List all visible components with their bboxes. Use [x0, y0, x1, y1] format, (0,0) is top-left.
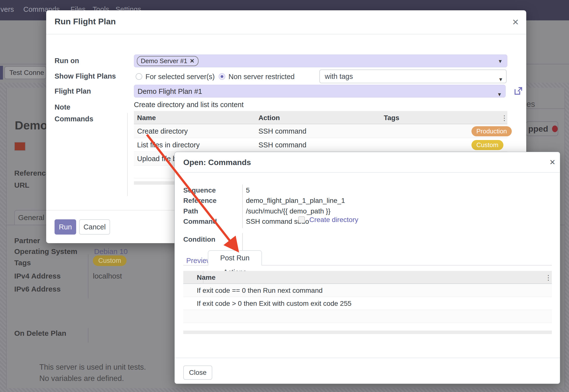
radio-selected-servers-label[interactable]: For selected server(s) [145, 73, 215, 81]
unit-test-note-line2: No variables are defined. [39, 374, 124, 383]
row-name: If exit code == 0 then Run next command [197, 287, 323, 294]
unit-test-note-line1: This server is used in unit tests. [39, 363, 146, 372]
ipv6-label: IPv6 Address [14, 285, 61, 293]
tag-badge: Custom [471, 140, 503, 150]
operating-system-label: Operating System [14, 247, 77, 256]
commands-modal-title: Open: Commands [183, 158, 251, 167]
table-row[interactable]: Create directory SSH command Production [134, 124, 507, 138]
column-header-name[interactable]: Name [197, 274, 215, 281]
with-tags-value: with tags [325, 72, 353, 80]
chip-remove-icon[interactable]: ✕ [190, 58, 194, 64]
ipv4-label: IPv4 Address [14, 272, 61, 280]
url-label: URL [14, 181, 29, 189]
field-column-separator-2 [88, 328, 88, 343]
path-label: Path [183, 207, 198, 215]
run-modal-title: Run Flight Plan [55, 17, 116, 26]
reference-value: demo_flight_plan_1_plan_line_1 [246, 197, 345, 205]
post-run-actions-table-header: Name ⋮ [183, 271, 552, 284]
status-dot-icon [552, 126, 558, 132]
sequence-value: 5 [246, 186, 250, 194]
run-on-select[interactable]: Demo Server #1 ✕ ▾ [134, 55, 507, 67]
column-header-tags[interactable]: Tags [384, 114, 399, 122]
operating-system-value[interactable]: Debian 10 [94, 247, 128, 256]
close-icon[interactable]: ✕ [549, 158, 555, 167]
row-name: Create directory [137, 127, 188, 135]
radio-selected-servers[interactable] [136, 73, 142, 80]
value-column-separator [242, 184, 243, 228]
reference-label: Reference [14, 169, 50, 177]
modal-header-divider [175, 172, 560, 173]
reference-label: Reference [183, 197, 216, 205]
column-header-name[interactable]: Name [137, 114, 156, 122]
note-label: Note [55, 103, 70, 111]
tab-post-run-actions[interactable]: Post Run Actions [208, 250, 262, 266]
tags-label: Tags [14, 259, 31, 267]
nav-item-servers[interactable]: vers [0, 5, 14, 14]
open-commands-modal: Open: Commands ✕ Sequence 5 Reference de… [174, 152, 560, 384]
field-column-separator [88, 254, 88, 298]
tag-badge: Production [471, 126, 512, 136]
commands-label: Commands [55, 115, 93, 123]
row-name: Upload file by [137, 155, 180, 163]
command-label: Command [183, 218, 217, 225]
color-swatch[interactable] [14, 142, 26, 151]
server-chip-label: Demo Server #1 [141, 57, 187, 65]
row-action: SSH command [258, 141, 306, 149]
table-footer-strip [183, 331, 552, 334]
chevron-down-icon: ▾ [498, 88, 501, 101]
flight-plan-label: Flight Plan [55, 87, 91, 95]
run-button[interactable]: Run [55, 219, 76, 235]
commands-field-separator [127, 113, 128, 196]
modal-header-divider [46, 34, 526, 34]
ipv4-value: localhost [93, 272, 122, 280]
commands-table-header: Name Action Tags ⋮ [134, 111, 507, 124]
sequence-label: Sequence [183, 186, 216, 194]
modal-footer-divider [175, 358, 560, 358]
tag-badge-custom: Custom [93, 255, 127, 266]
notes-divider [526, 108, 565, 109]
close-button[interactable]: Close [183, 365, 212, 380]
command-link[interactable]: Create directory [309, 216, 358, 224]
table-options-icon[interactable]: ⋮ [501, 114, 508, 122]
table-options-icon[interactable]: ⋮ [545, 274, 552, 282]
row-action: SSH command [258, 127, 306, 135]
status-badge-stopped[interactable]: pped [526, 121, 558, 136]
chevron-down-icon: ▾ [499, 73, 502, 86]
test-connection-button[interactable]: Test Conne [4, 66, 46, 79]
run-on-label: Run on [55, 57, 79, 65]
table-row[interactable]: If exit code > 0 then Exit with custom e… [183, 297, 552, 310]
flight-plan-select[interactable]: Demo Flight Plan #1 ▾ [134, 85, 506, 98]
notes-partial-text: es [526, 99, 535, 109]
with-tags-select[interactable]: with tags ▾ [319, 70, 507, 83]
table-row[interactable]: List files in directory SSH command Cust… [134, 138, 507, 152]
tab-underline [262, 265, 552, 266]
show-flight-plans-label: Show Flight Plans [55, 72, 116, 80]
close-icon[interactable]: ✕ [512, 17, 519, 27]
radio-non-server-restricted-label[interactable]: Non server restricted [228, 73, 295, 81]
chevron-down-icon: ▾ [499, 58, 502, 65]
plan-description: Create directory and list its content [134, 101, 243, 109]
path-value: /such/much/{{ demo_path }} [246, 207, 330, 215]
column-header-action[interactable]: Action [258, 114, 280, 122]
row-name: List files in directory [137, 141, 200, 149]
on-delete-plan-label: On Delete Plan [14, 329, 66, 337]
server-title: Demo [15, 119, 47, 132]
partner-label: Partner [14, 237, 40, 245]
cancel-button[interactable]: Cancel [79, 219, 110, 235]
external-link-icon[interactable] [513, 86, 523, 96]
table-row-empty [183, 310, 552, 323]
tab-underline [183, 265, 208, 266]
tab-general[interactable]: General [14, 210, 48, 225]
server-chip[interactable]: Demo Server #1 ✕ [137, 56, 199, 66]
command-checkbox[interactable] [298, 216, 305, 223]
flight-plan-value: Demo Flight Plan #1 [138, 87, 202, 95]
radio-non-server-restricted[interactable] [219, 73, 225, 80]
condition-label: Condition [183, 236, 215, 243]
value-column-separator-2 [242, 233, 243, 250]
table-row[interactable]: If exit code == 0 then Run next command [183, 284, 552, 297]
partial-primary-button[interactable] [0, 66, 3, 80]
status-badge-label: pped [528, 124, 548, 134]
row-name: If exit code > 0 then Exit with custom e… [197, 300, 352, 308]
